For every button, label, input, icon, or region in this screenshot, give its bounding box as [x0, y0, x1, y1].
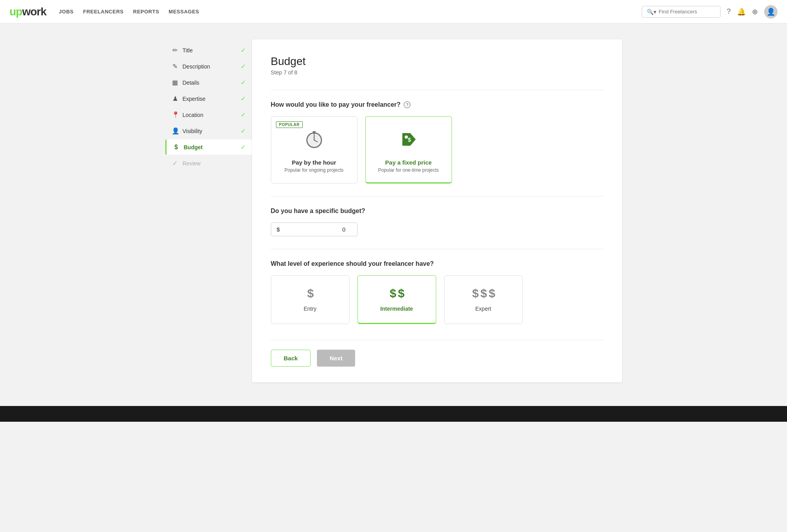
budget-check: ✓ [241, 143, 246, 151]
expertise-check: ✓ [241, 95, 246, 102]
intermediate-icons: $ $ [366, 287, 428, 300]
switch-account-icon[interactable]: ⊕ [752, 7, 758, 16]
location-icon: 📍 [172, 111, 179, 119]
fixed-card[interactable]: $ Pay a fixed price Popular for one-time… [365, 116, 452, 184]
nav-jobs[interactable]: JOBS [59, 9, 74, 15]
entry-label: Entry [279, 306, 341, 312]
intermediate-label: Intermediate [366, 306, 428, 312]
details-check: ✓ [241, 79, 246, 86]
sidebar-label-budget: Budget [184, 144, 203, 150]
location-check: ✓ [241, 111, 246, 119]
page-step: Step 7 of 8 [271, 69, 603, 76]
sidebar-item-review[interactable]: ✓ Review [165, 156, 252, 171]
hourly-card-title: Pay by the hour [279, 159, 349, 166]
navbar: upwork JOBS FREELANCERS REPORTS MESSAGES… [0, 0, 787, 24]
sidebar-item-location[interactable]: 📍 Location ✓ [165, 107, 252, 122]
price-tag-icon: $ [374, 129, 444, 154]
help-icon[interactable]: ? [727, 7, 731, 16]
svg-point-7 [405, 135, 408, 139]
bottom-bar [0, 406, 787, 422]
main-container: ✏ Title ✓ ✎ Description ✓ ▦ Details ✓ ♟ … [157, 39, 630, 382]
search-icon: 🔍▾ [647, 9, 656, 15]
clock-icon [279, 129, 349, 154]
budget-question: Do you have a specific budget? [271, 208, 603, 215]
sidebar-label-review: Review [183, 160, 201, 167]
review-icon: ✓ [172, 159, 179, 167]
payment-help-icon[interactable]: ? [404, 101, 411, 108]
experience-cards: $ Entry $ $ Intermediate $ $ $ Expert [271, 275, 603, 324]
fixed-card-title: Pay a fixed price [374, 159, 444, 166]
budget-icon: $ [173, 144, 180, 151]
expert-label: Expert [452, 306, 515, 312]
sidebar-item-description[interactable]: ✎ Description ✓ [165, 59, 252, 74]
popular-badge: POPULAR [276, 121, 303, 128]
page-title: Budget [271, 55, 603, 68]
svg-text:$: $ [408, 137, 411, 143]
expert-icons: $ $ $ [452, 287, 515, 300]
divider-2 [271, 196, 603, 196]
sidebar-item-visibility[interactable]: 👤 Visibility ✓ [165, 123, 252, 139]
sidebar: ✏ Title ✓ ✎ Description ✓ ▦ Details ✓ ♟ … [165, 39, 252, 382]
logo-text: upwork [9, 6, 46, 18]
description-check: ✓ [241, 63, 246, 70]
sidebar-item-title[interactable]: ✏ Title ✓ [165, 43, 252, 58]
divider-3 [271, 249, 603, 249]
description-icon: ✎ [172, 63, 179, 70]
sidebar-item-details[interactable]: ▦ Details ✓ [165, 75, 252, 90]
budget-input-wrapper[interactable]: $ [271, 222, 357, 236]
title-check: ✓ [241, 46, 246, 54]
expert-card[interactable]: $ $ $ Expert [444, 275, 523, 324]
fixed-card-subtitle: Popular for one-time projects [374, 167, 444, 173]
svg-rect-5 [313, 132, 315, 134]
nav-reports[interactable]: REPORTS [133, 9, 159, 15]
entry-card[interactable]: $ Entry [271, 275, 350, 324]
intermediate-card[interactable]: $ $ Intermediate [357, 275, 436, 324]
payment-cards: POPULAR Pay by the hour Popular for ongo… [271, 116, 603, 184]
sidebar-label-title: Title [183, 47, 193, 54]
content-area: Budget Step 7 of 8 How would you like to… [252, 39, 622, 382]
back-button[interactable]: Back [271, 350, 311, 367]
nav-freelancers[interactable]: FREELANCERS [83, 9, 124, 15]
divider-1 [271, 90, 603, 90]
expertise-icon: ♟ [172, 95, 179, 102]
sidebar-label-expertise: Expertise [183, 96, 206, 102]
nav-links: JOBS FREELANCERS REPORTS MESSAGES [59, 9, 642, 15]
budget-section: Do you have a specific budget? $ [271, 208, 603, 236]
sidebar-item-expertise[interactable]: ♟ Expertise ✓ [165, 91, 252, 106]
form-footer: Back Next [271, 340, 603, 367]
payment-question: How would you like to pay your freelance… [271, 101, 603, 108]
nav-messages[interactable]: MESSAGES [169, 9, 199, 15]
notification-icon[interactable]: 🔔 [737, 7, 746, 16]
visibility-check: ✓ [241, 127, 246, 135]
currency-symbol: $ [277, 226, 280, 233]
experience-question: What level of experience should your fre… [271, 260, 603, 267]
visibility-icon: 👤 [172, 127, 179, 135]
details-icon: ▦ [172, 79, 179, 86]
avatar[interactable]: 👤 [764, 5, 778, 19]
sidebar-label-visibility: Visibility [183, 128, 202, 134]
budget-input[interactable] [283, 226, 352, 233]
entry-icons: $ [279, 287, 341, 300]
next-button[interactable]: Next [317, 350, 355, 367]
hourly-card-subtitle: Popular for ongoing projects [279, 167, 349, 173]
hourly-card[interactable]: POPULAR Pay by the hour Popular for ongo… [271, 116, 357, 184]
logo[interactable]: upwork [9, 6, 46, 18]
sidebar-item-budget[interactable]: $ Budget ✓ [165, 139, 252, 155]
sidebar-label-details: Details [183, 80, 200, 86]
sidebar-label-description: Description [183, 63, 210, 70]
nav-right: 🔍▾ ? 🔔 ⊕ 👤 [642, 5, 778, 19]
sidebar-label-location: Location [183, 112, 204, 118]
search-input[interactable] [659, 9, 714, 15]
search-bar[interactable]: 🔍▾ [642, 6, 720, 18]
title-icon: ✏ [172, 46, 179, 54]
